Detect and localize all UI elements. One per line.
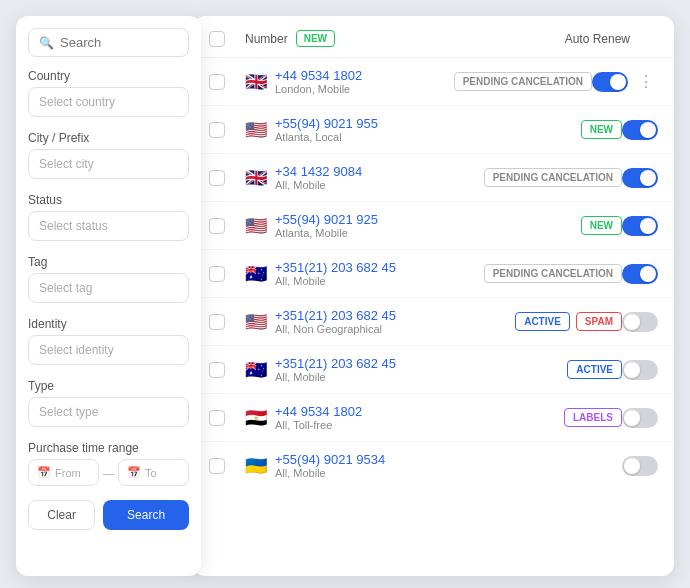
column-autorenew: Auto Renew [565,32,658,46]
purchase-time-filter: Purchase time range 📅 From — 📅 To [28,441,189,486]
number-info: +44 9534 1802 All, Toll-free [275,404,362,431]
row-checkbox[interactable] [209,362,245,378]
type-label: Type [28,379,189,393]
select-all-checkbox[interactable] [209,31,225,47]
auto-renew-toggle[interactable] [622,408,658,428]
row-checkbox[interactable] [209,218,245,234]
header-checkbox[interactable] [209,31,245,47]
row-checkbox[interactable] [209,458,245,474]
phone-number: +55(94) 9021 955 [275,116,378,131]
header-new-badge: NEW [296,30,335,47]
number-info: +55(94) 9021 925 Atlanta, Mobile [275,212,378,239]
status-badge: NEW [581,120,622,139]
phone-number: +55(94) 9021 9534 [275,452,385,467]
status-badge: PENDING CANCELATION [454,72,592,91]
auto-renew-toggle[interactable] [622,456,658,476]
date-range: 📅 From — 📅 To [28,459,189,486]
clear-button[interactable]: Clear [28,500,95,530]
status-badge: NEW [581,216,622,235]
search-button[interactable]: Search [103,500,189,530]
phone-number: +351(21) 203 682 45 [275,356,396,371]
flag-icon: 🇺🇸 [245,217,267,235]
badge-container: LABELS [564,408,622,427]
row-menu[interactable]: ⋮ [634,72,658,91]
tag-filter: Tag Select tag [28,255,189,313]
tag-select[interactable]: Select tag [28,273,189,303]
number-subtitle: All, Mobile [275,179,362,191]
main-content: Number NEW Auto Renew 🇬🇧 +44 9534 1802 L… [193,16,674,576]
auto-renew-toggle[interactable] [622,264,658,284]
from-input[interactable]: 📅 From [28,459,99,486]
row-checkbox[interactable] [209,410,245,426]
app-container: 🔍 Country Select country City / Prefix S… [16,16,674,576]
row-checkbox[interactable] [209,74,245,90]
table-row: 🇺🇸 +55(94) 9021 925 Atlanta, Mobile NEW [193,202,674,250]
badge-container: NEW [581,216,622,235]
flag-icon: 🇦🇺 [245,361,267,379]
sidebar: 🔍 Country Select country City / Prefix S… [16,16,201,576]
flag-icon: 🇪🇬 [245,409,267,427]
table-row: 🇦🇺 +351(21) 203 682 45 All, Mobile PENDI… [193,250,674,298]
row-checkbox[interactable] [209,266,245,282]
table-row: 🇪🇬 +44 9534 1802 All, Toll-free LABELS [193,394,674,442]
badge-container: NEW [581,120,622,139]
table-row: 🇺🇸 +351(21) 203 682 45 All, Non Geograph… [193,298,674,346]
row-checkbox[interactable] [209,170,245,186]
auto-renew-toggle[interactable] [592,72,628,92]
calendar-icon: 📅 [37,466,51,479]
city-select[interactable]: Select city [28,149,189,179]
toggle-area [622,168,658,188]
type-select[interactable]: Select type [28,397,189,427]
badge-container: PENDING CANCELATION [484,168,622,187]
identity-label: Identity [28,317,189,331]
type-filter: Type Select type [28,379,189,437]
table-row: 🇺🇦 +55(94) 9021 9534 All, Mobile [193,442,674,489]
table-header: Number NEW Auto Renew [193,16,674,58]
toggle-area [622,120,658,140]
number-info: +351(21) 203 682 45 All, Mobile [275,260,396,287]
search-input[interactable] [60,35,178,50]
number-cell: 🇦🇺 +351(21) 203 682 45 All, Mobile [245,356,567,383]
country-select[interactable]: Select country [28,87,189,117]
badge-container: PENDING CANCELATION [484,264,622,283]
badge-container: PENDING CANCELATION [454,72,592,91]
number-info: +55(94) 9021 9534 All, Mobile [275,452,385,479]
number-info: +55(94) 9021 955 Atlanta, Local [275,116,378,143]
country-label: Country [28,69,189,83]
number-info: +44 9534 1802 London, Mobile [275,68,362,95]
to-input[interactable]: 📅 To [118,459,189,486]
phone-number: +351(21) 203 682 45 [275,260,396,275]
search-box[interactable]: 🔍 [28,28,189,57]
flag-icon: 🇺🇸 [245,313,267,331]
auto-renew-toggle[interactable] [622,216,658,236]
number-info: +351(21) 203 682 45 All, Mobile [275,356,396,383]
number-cell: 🇺🇸 +351(21) 203 682 45 All, Non Geograph… [245,308,515,335]
status-badge: ACTIVE [515,312,570,331]
from-label: From [55,467,81,479]
auto-renew-toggle[interactable] [622,360,658,380]
status-select[interactable]: Select status [28,211,189,241]
calendar-icon-2: 📅 [127,466,141,479]
number-subtitle: All, Mobile [275,275,396,287]
badge-container: ACTIVE [567,360,622,379]
phone-number: +55(94) 9021 925 [275,212,378,227]
number-subtitle: All, Toll-free [275,419,362,431]
auto-renew-toggle[interactable] [622,312,658,332]
number-subtitle: All, Mobile [275,467,385,479]
row-checkbox[interactable] [209,314,245,330]
row-checkbox[interactable] [209,122,245,138]
number-cell: 🇪🇬 +44 9534 1802 All, Toll-free [245,404,564,431]
number-subtitle: Atlanta, Local [275,131,378,143]
number-info: +34 1432 9084 All, Mobile [275,164,362,191]
phone-number: +44 9534 1802 [275,68,362,83]
identity-select[interactable]: Select identity [28,335,189,365]
toggle-area [622,216,658,236]
number-cell: 🇬🇧 +34 1432 9084 All, Mobile [245,164,484,191]
auto-renew-toggle[interactable] [622,120,658,140]
city-label: City / Prefix [28,131,189,145]
number-subtitle: Atlanta, Mobile [275,227,378,239]
country-filter: Country Select country [28,69,189,127]
auto-renew-toggle[interactable] [622,168,658,188]
badge-container: ACTIVESPAM [515,312,622,331]
status-badge: SPAM [576,312,622,331]
